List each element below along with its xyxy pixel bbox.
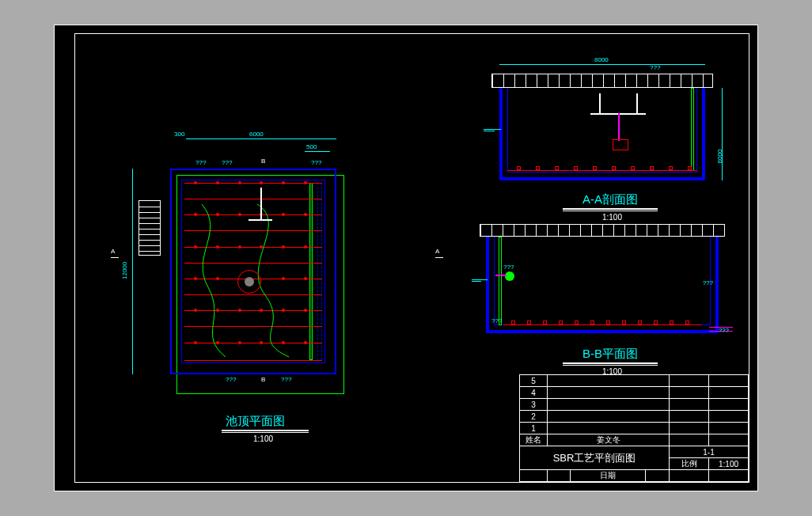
cover-hatch-bb: [480, 224, 725, 237]
dim-line-left: [132, 169, 133, 374]
secA-title: A-A剖面图: [582, 192, 638, 207]
tb-scale-value: 1:100: [709, 458, 749, 470]
riser-pipe-bb: [499, 237, 502, 325]
tb-sheet-name: SBR工艺平剖面图: [520, 446, 670, 470]
dim-secA-hline: [722, 88, 723, 180]
callout-2: ???: [222, 159, 232, 166]
diffusers-bb: [503, 319, 701, 325]
dim-plan-off: 300: [174, 131, 184, 138]
tb-row-1: 1: [520, 423, 548, 434]
cover-hatch: [491, 74, 713, 88]
tb-date-label: 日期: [571, 470, 646, 482]
callout-3: ???: [311, 159, 321, 166]
tb-name-value: 姜文冬: [548, 434, 670, 446]
tb-sheet-no: 1-1: [670, 446, 749, 458]
water-level-mark: [484, 129, 501, 130]
tank-wall-inner-bb: [494, 237, 711, 325]
bb-callout-2: ???: [491, 317, 502, 324]
water-level-bb: [472, 279, 488, 280]
pump: [505, 271, 514, 281]
bb-callout-1: ???: [503, 264, 514, 271]
tb-row-2: 2: [520, 411, 548, 423]
bb-callout-3: ???: [703, 279, 713, 286]
dim-line-top2: [305, 151, 330, 152]
dim-secA-width: 8000: [594, 56, 609, 63]
drawing-frame: 6000 300 500 12000 A A B B ??? ??? ??? ?…: [74, 33, 749, 483]
decanter-plan: [241, 188, 280, 223]
plan-scale: 1:100: [253, 434, 273, 443]
tb-row-4: 4: [520, 387, 548, 399]
plan-underline: [222, 430, 309, 431]
manhole: [237, 270, 261, 294]
dim-secA-w: [499, 64, 705, 65]
bb-callout-4: ???: [719, 327, 729, 334]
stairs: [138, 200, 161, 256]
callout-1: ???: [195, 159, 206, 166]
drawing-canvas: 6000 300 500 12000 A A B B ??? ??? ??? ?…: [54, 25, 758, 491]
tb-row-3: 3: [520, 399, 548, 411]
plan-title: 池顶平面图: [226, 414, 285, 429]
section-mark-B-top: B: [261, 157, 265, 165]
dim-plan-width: 6000: [249, 131, 264, 138]
dim-line-top: [186, 138, 336, 139]
tb-name-label: 姓名: [520, 434, 548, 446]
section-mark-A-left: A: [111, 248, 115, 255]
secA-scale: 1:100: [602, 213, 622, 222]
title-block: 5 4 3 2 1 姓名 姜文冬 SBR工艺平剖面图 1-1 比例 1:100: [519, 374, 749, 482]
plan-view: 6000 300 500 12000 A A B B ??? ??? ??? ?…: [162, 169, 336, 374]
dim-plan-height: 12000: [121, 262, 128, 279]
dim-plan-gap: 500: [306, 143, 317, 150]
decanter: [590, 93, 646, 141]
riser-pipe: [691, 88, 694, 171]
dim-secA-small: ???: [650, 64, 660, 71]
secB-title: B-B平面图: [582, 347, 638, 362]
pump-pipe: [495, 275, 507, 276]
diffusers-aa: [507, 165, 697, 171]
section-mark-A-right: A: [435, 248, 439, 255]
tb-row-5: 5: [520, 375, 548, 387]
tb-scale-label: 比例: [670, 458, 709, 470]
dim-secA-height: 6000: [717, 150, 724, 164]
section-bb: ??? ??? ??? ???: [472, 224, 733, 343]
section-aa: 8000 ??? 6000: [484, 66, 721, 188]
